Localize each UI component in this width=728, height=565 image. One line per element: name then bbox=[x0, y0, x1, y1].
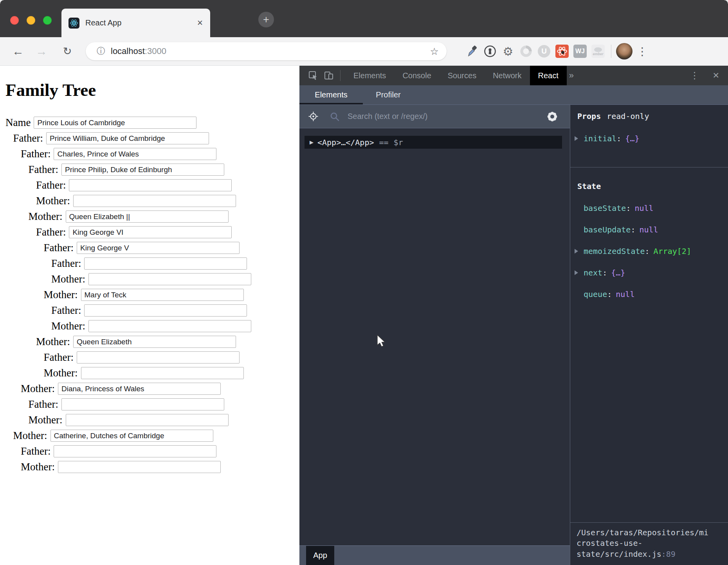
react-subtab-elements[interactable]: Elements bbox=[299, 85, 363, 104]
mother-label: Mother: bbox=[51, 273, 85, 285]
expander-triangle-icon[interactable] bbox=[575, 249, 578, 254]
site-info-icon[interactable]: ⓘ bbox=[97, 45, 105, 57]
devtools-menu-icon[interactable]: ⋮ bbox=[690, 70, 699, 81]
react-search-bar bbox=[299, 105, 570, 128]
mother-label: Mother: bbox=[29, 414, 63, 426]
tab-bar-separator bbox=[340, 70, 341, 81]
mother-label: Mother: bbox=[29, 211, 63, 223]
wj-extension-icon[interactable]: WJ bbox=[571, 45, 589, 58]
selected-component-row[interactable]: ▶ <App>…</App> == $r bbox=[305, 136, 562, 149]
browser-tab[interactable]: React App ✕ bbox=[61, 9, 210, 37]
person-field-row: Father: bbox=[5, 242, 299, 254]
mother-input[interactable] bbox=[66, 211, 229, 223]
bookmark-star-icon[interactable]: ☆ bbox=[430, 46, 439, 57]
url-bar[interactable]: ⓘ localhost :3000 ☆ bbox=[86, 42, 447, 60]
father-input[interactable] bbox=[69, 226, 232, 238]
mother-input[interactable] bbox=[66, 414, 229, 426]
mother-input[interactable] bbox=[58, 383, 221, 395]
memoizedState-row[interactable]: memoizedState:Array[2] bbox=[570, 240, 728, 262]
url-host: localhost bbox=[111, 46, 145, 56]
baseState-row: baseState:null bbox=[570, 197, 728, 219]
settings-gear-icon[interactable] bbox=[546, 111, 558, 122]
mother-input[interactable] bbox=[88, 273, 251, 285]
key-name: queue bbox=[584, 290, 607, 299]
onepassword-extension-icon[interactable] bbox=[481, 45, 499, 58]
person-field-row: Father: bbox=[5, 257, 299, 270]
reload-button[interactable]: ↻ bbox=[59, 37, 75, 65]
source-file-path[interactable]: /Users/taras/Repositories/microstates-us… bbox=[570, 522, 728, 565]
new-tab-button[interactable]: + bbox=[258, 12, 274, 27]
initial-row[interactable]: initial:{…} bbox=[570, 128, 728, 149]
mother-input[interactable] bbox=[73, 195, 236, 207]
key-name: memoizedState bbox=[584, 247, 645, 256]
inspect-element-icon[interactable] bbox=[308, 70, 318, 81]
react-devtools-tabs: ElementsProfiler bbox=[299, 85, 414, 104]
forward-button[interactable]: → bbox=[34, 37, 49, 65]
devtools-tab-sources[interactable]: Sources bbox=[440, 66, 485, 85]
window-zoom-button[interactable] bbox=[43, 16, 52, 25]
father-input[interactable] bbox=[84, 257, 247, 270]
props-readonly-label: read-only bbox=[607, 112, 649, 121]
mother-label: Mother: bbox=[44, 367, 78, 379]
mother-input[interactable] bbox=[50, 430, 213, 442]
search-input[interactable] bbox=[347, 112, 546, 121]
react-devtools-extension-icon[interactable] bbox=[553, 45, 571, 58]
person-field-row: Mother: bbox=[5, 430, 299, 442]
father-input[interactable] bbox=[46, 132, 209, 144]
react-subtab-profiler[interactable]: Profiler bbox=[363, 85, 414, 104]
person-field-row: Father: bbox=[5, 351, 299, 363]
devtools-close-icon[interactable]: ✕ bbox=[712, 71, 719, 80]
devtools-tab-console[interactable]: Console bbox=[394, 66, 439, 85]
father-input[interactable] bbox=[69, 179, 232, 191]
section-divider bbox=[570, 167, 728, 167]
adblocker-gear-extension-icon[interactable]: ⚙ bbox=[499, 45, 517, 58]
person-field-row: Father: bbox=[5, 148, 299, 160]
father-input[interactable] bbox=[61, 398, 224, 410]
devtools-tab-elements[interactable]: Elements bbox=[345, 66, 394, 85]
tab-title: React App bbox=[85, 18, 121, 27]
expander-triangle-icon[interactable] bbox=[575, 136, 578, 141]
device-toolbar-icon[interactable] bbox=[324, 70, 334, 81]
swirl-extension-icon[interactable] bbox=[517, 45, 535, 58]
father-input[interactable] bbox=[61, 164, 224, 176]
father-input[interactable] bbox=[77, 351, 240, 363]
father-label: Father: bbox=[29, 164, 58, 176]
mother-input[interactable] bbox=[81, 367, 244, 379]
mother-input[interactable] bbox=[81, 289, 244, 301]
window-minimize-button[interactable] bbox=[27, 16, 35, 25]
back-button[interactable]: ← bbox=[10, 37, 26, 65]
breadcrumb-app-tag[interactable]: App bbox=[306, 546, 334, 565]
mother-label: Mother: bbox=[13, 430, 47, 442]
mother-input[interactable] bbox=[88, 320, 251, 332]
browser-menu-icon[interactable]: ⋮ bbox=[633, 45, 651, 58]
eyedropper-extension-icon[interactable] bbox=[463, 45, 481, 58]
father-input[interactable] bbox=[54, 148, 216, 160]
window-close-button[interactable] bbox=[10, 16, 19, 25]
tab-close-icon[interactable]: ✕ bbox=[197, 18, 203, 27]
father-label: Father: bbox=[13, 132, 43, 144]
devtools-tab-react[interactable]: React bbox=[530, 66, 567, 85]
name-input[interactable] bbox=[34, 117, 196, 129]
profile-avatar[interactable] bbox=[615, 43, 633, 59]
mother-input[interactable] bbox=[58, 461, 221, 473]
father-input[interactable] bbox=[77, 242, 240, 254]
name-label: Name bbox=[5, 117, 31, 129]
breadcrumb-bar: App bbox=[299, 545, 570, 565]
father-label: Father: bbox=[51, 304, 81, 317]
next-row[interactable]: next:{…} bbox=[570, 262, 728, 283]
select-element-locate-icon[interactable] bbox=[308, 111, 319, 122]
father-input[interactable] bbox=[84, 304, 247, 317]
expander-triangle-icon[interactable]: ▶ bbox=[310, 139, 314, 145]
mother-input[interactable] bbox=[73, 336, 236, 348]
person-field-row: Mother: bbox=[5, 461, 299, 473]
colon: : bbox=[626, 203, 631, 213]
devtools-tab-network[interactable]: Network bbox=[485, 66, 530, 85]
more-tabs-icon[interactable]: » bbox=[569, 70, 574, 81]
search-icon bbox=[330, 112, 340, 122]
expander-triangle-icon[interactable] bbox=[575, 270, 578, 275]
ember-extension-icon[interactable]: ember bbox=[589, 45, 607, 58]
father-input[interactable] bbox=[54, 445, 216, 457]
u-extension-icon[interactable]: U bbox=[535, 45, 553, 58]
baseUpdate-row: baseUpdate:null bbox=[570, 219, 728, 240]
person-field-row: Father: bbox=[5, 164, 299, 176]
